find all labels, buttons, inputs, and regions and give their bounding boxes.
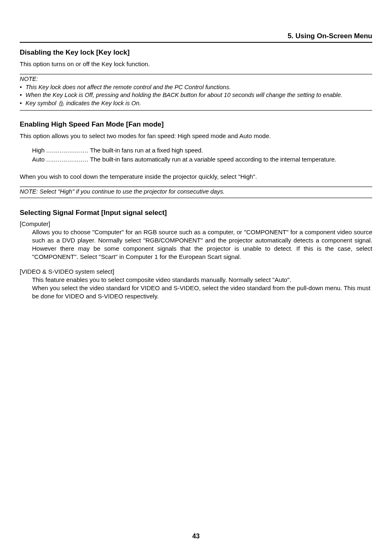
def-auto: Auto ...................... The built-in… (20, 155, 372, 164)
note-item: This Key lock does not affect the remote… (20, 83, 372, 92)
signalformat-title: Selecting Signal Format [Input signal se… (20, 209, 372, 217)
def-auto-desc: The built-in fans automatically run at a… (90, 156, 336, 163)
header-section-title: 5. Using On-Screen Menu (20, 32, 372, 42)
keylock-intro: This option turns on or off the Key lock… (20, 60, 372, 68)
video-head: [VIDEO & S-VIDEO system select] (20, 268, 372, 275)
def-high-desc: The built-in fans run at a fixed high sp… (90, 147, 203, 154)
def-high-label: High (32, 147, 44, 154)
fanmode-definitions: High ...................... The built-in… (20, 146, 372, 164)
note-item: When the Key Lock is Off, pressing and h… (20, 91, 372, 99)
def-high: High ...................... The built-in… (20, 146, 372, 155)
lock-icon (59, 100, 64, 108)
note-label: NOTE: (20, 75, 372, 83)
def-auto-label: Auto (32, 156, 44, 163)
computer-body: Allows you to choose "Computer" for an R… (20, 228, 372, 261)
page-number: 43 (0, 533, 392, 540)
note3-suffix: indicates the Key lock is On. (66, 100, 141, 106)
dots: ...................... (46, 156, 89, 163)
fanmode-body2: When you wish to cool down the temperatu… (20, 173, 372, 181)
header-rule (20, 42, 372, 43)
svg-rect-2 (61, 104, 61, 105)
keylock-title: Disabling the Key lock [Key lock] (20, 48, 372, 57)
keylock-note-block: NOTE: This Key lock does not affect the … (20, 74, 372, 110)
dots: ...................... (46, 147, 89, 154)
note-item: Key symbol indicates the Key lock is On. (20, 99, 372, 108)
note3-prefix: Key symbol (25, 100, 56, 106)
video-body: This feature enables you to select compo… (20, 276, 372, 301)
fanmode-note: NOTE: Select "High" if you continue to u… (20, 187, 372, 198)
fanmode-intro: This option allows you to select two mod… (20, 132, 372, 140)
computer-head: [Computer] (20, 220, 372, 227)
fanmode-title: Enabling High Speed Fan Mode [Fan mode] (20, 120, 372, 129)
